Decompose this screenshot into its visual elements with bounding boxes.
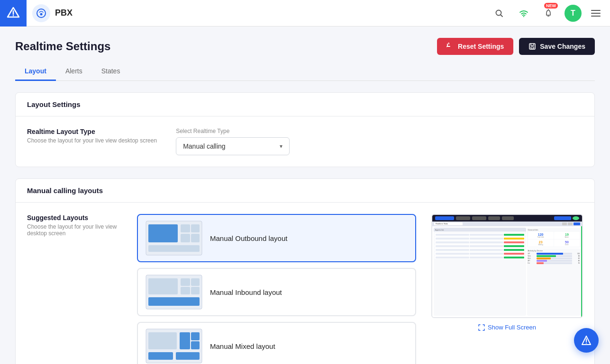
layouts-content: Suggested Layouts Choose the layout for … — [16, 203, 594, 364]
layout-type-row: Realtime Layout Type Choose the layout f… — [27, 128, 583, 155]
svg-rect-10 — [529, 44, 535, 49]
layout-name-inbound: Manual Inbound layout — [210, 288, 282, 296]
chevron-down-icon: ▾ — [280, 143, 282, 150]
tab-alerts[interactable]: Alerts — [56, 62, 92, 81]
preview-frame: Realtime Stats Agents list — [431, 214, 583, 318]
svg-rect-21 — [181, 278, 190, 286]
topbar: PBX new T — [0, 0, 610, 27]
notification-button[interactable]: new — [540, 5, 557, 22]
search-button[interactable] — [491, 5, 508, 22]
preview-screenshot: Realtime Stats Agents list — [432, 215, 582, 317]
save-changes-label: Save Changes — [540, 43, 585, 50]
svg-rect-22 — [191, 278, 200, 286]
layout-name-mixed: Manual Mixed layout — [210, 342, 275, 350]
layout-settings-card: Layout Settings Realtime Layout Type Cho… — [15, 92, 595, 167]
svg-rect-24 — [191, 287, 200, 294]
svg-rect-11 — [531, 47, 534, 49]
suggested-layouts-description: Choose the layout for your live view des… — [27, 223, 122, 237]
layout-item-inbound[interactable]: Manual Inbound layout — [137, 268, 416, 316]
svg-rect-32 — [176, 352, 200, 360]
svg-point-35 — [586, 343, 587, 344]
layout-item-outbound[interactable]: Manual Outbound layout — [137, 214, 416, 262]
tab-states[interactable]: States — [92, 62, 130, 81]
reset-settings-button[interactable]: Reset Settings — [437, 38, 513, 55]
main-content: Realtime Settings Reset Settings Save Ch… — [0, 27, 610, 364]
svg-rect-29 — [191, 332, 200, 340]
tab-layout[interactable]: Layout — [15, 62, 56, 81]
layout-settings-body: Realtime Layout Type Choose the layout f… — [16, 116, 594, 167]
select-label: Select Realtime Type — [176, 128, 290, 134]
page-title: Realtime Settings — [15, 40, 110, 53]
new-badge: new — [544, 3, 558, 9]
svg-rect-27 — [148, 332, 177, 349]
svg-point-4 — [40, 13, 43, 15]
svg-rect-15 — [191, 224, 200, 232]
reset-settings-label: Reset Settings — [458, 43, 504, 50]
svg-rect-28 — [180, 332, 190, 349]
svg-rect-23 — [181, 287, 190, 294]
realtime-type-dropdown[interactable]: Manual calling ▾ — [176, 137, 290, 155]
svg-rect-20 — [148, 278, 178, 294]
layout-name-outbound: Manual Outbound layout — [210, 234, 287, 242]
svg-rect-25 — [148, 297, 200, 306]
menu-button[interactable] — [589, 8, 602, 18]
svg-point-2 — [13, 15, 14, 16]
suggested-layouts-heading: Suggested Layouts — [27, 214, 122, 222]
realtime-type-select-container: Select Realtime Type Manual calling ▾ — [176, 128, 290, 155]
layout-thumbnail-inbound — [146, 275, 202, 310]
fab-button[interactable] — [574, 328, 599, 353]
svg-line-6 — [501, 15, 503, 17]
selected-type-value: Manual calling — [183, 142, 226, 150]
manual-layouts-title: Manual calling layouts — [16, 179, 594, 203]
page-header: Realtime Settings Reset Settings Save Ch… — [15, 38, 595, 55]
wifi-button[interactable] — [515, 5, 532, 22]
layout-type-heading: Realtime Layout Type — [27, 128, 157, 135]
svg-rect-30 — [191, 341, 200, 349]
show-fullscreen-label: Show Full Screen — [488, 324, 536, 331]
layout-item-mixed[interactable]: Manual Mixed layout — [137, 322, 416, 364]
avatar[interactable]: T — [564, 5, 582, 22]
svg-rect-16 — [181, 234, 190, 242]
layout-settings-title: Layout Settings — [16, 93, 594, 116]
save-changes-button[interactable]: Save Changes — [519, 38, 595, 55]
svg-point-5 — [496, 10, 501, 15]
svg-rect-31 — [148, 352, 173, 360]
show-fullscreen-button[interactable]: Show Full Screen — [478, 324, 536, 331]
layout-type-description: Choose the layout for your live view des… — [27, 137, 157, 144]
layouts-list: Manual Outbound layout — [137, 214, 416, 364]
pbx-icon — [32, 4, 50, 22]
header-actions: Reset Settings Save Changes — [437, 38, 595, 55]
layout-type-label-group: Realtime Layout Type Choose the layout f… — [27, 128, 157, 144]
svg-point-7 — [523, 16, 524, 17]
preview-area: Realtime Stats Agents list — [431, 214, 583, 364]
svg-rect-18 — [148, 245, 200, 252]
tabs: Layout Alerts States — [15, 62, 595, 81]
app-logo[interactable] — [0, 0, 27, 27]
manual-layouts-card: Manual calling layouts Suggested Layouts… — [15, 178, 595, 364]
svg-rect-13 — [148, 224, 178, 242]
suggested-layouts-label-group: Suggested Layouts Choose the layout for … — [27, 214, 122, 364]
svg-rect-14 — [181, 224, 190, 232]
layout-thumbnail-outbound — [146, 221, 202, 256]
layout-thumbnail-mixed — [146, 328, 202, 364]
svg-rect-17 — [191, 234, 200, 242]
app-title: PBX — [55, 8, 73, 18]
